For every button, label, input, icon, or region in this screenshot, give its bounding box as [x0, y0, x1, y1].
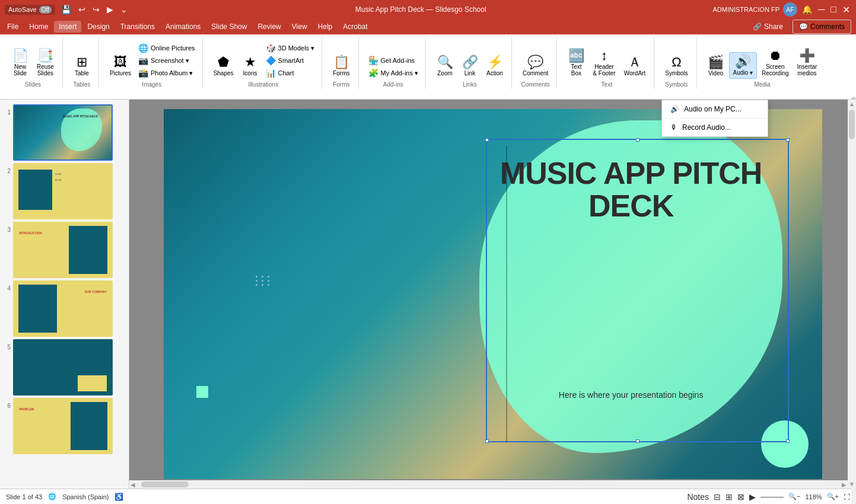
- accessibility-icon[interactable]: ♿: [114, 493, 123, 501]
- zoom-in-icon[interactable]: 🔍+: [827, 493, 839, 500]
- textbox-button[interactable]: 🔤 TextBox: [564, 47, 588, 79]
- ribbon: 📄 NewSlide 📑 ReuseSlides Slides ⊞ Table: [0, 34, 856, 100]
- menu-acrobat[interactable]: Acrobat: [338, 21, 372, 33]
- slide-view-grid-icon[interactable]: ⊞: [725, 492, 733, 502]
- menu-design[interactable]: Design: [82, 21, 114, 33]
- slide-thumb-2[interactable]: 2 01 0203 04: [2, 163, 126, 219]
- new-slide-icon: 📄: [12, 49, 28, 62]
- screen-recording-icon: ⏺: [769, 49, 782, 62]
- ribbon-collapse-icon[interactable]: ›: [845, 291, 848, 298]
- share-button[interactable]: 🔗 Share: [746, 20, 790, 33]
- slide-thumbnail-6[interactable]: PROBLEM: [13, 398, 113, 454]
- screen-recording-button[interactable]: ⏺ ScreenRecording: [758, 47, 793, 79]
- menu-insert[interactable]: Insert: [54, 21, 81, 33]
- ribbon-group-symbols: Ω Symbols Symbols: [657, 37, 696, 89]
- canvas-scroll-thumb-v[interactable]: [849, 110, 855, 139]
- wordart-button[interactable]: Ａ WordArt: [620, 53, 650, 79]
- insertar-medios-button[interactable]: ➕ Insertarmedios: [794, 47, 821, 79]
- comments-button[interactable]: 💬 Comments: [793, 20, 851, 34]
- comments-group-label: Comments: [521, 79, 550, 88]
- ribbon-display-icon[interactable]: 🔔: [801, 4, 813, 15]
- present-icon[interactable]: ▶: [106, 4, 114, 15]
- qa-dropdown-icon[interactable]: ⌄: [119, 4, 129, 15]
- icons-button[interactable]: ★ Icons: [238, 53, 262, 79]
- slide-thumb-4[interactable]: 4 OUR COMPANY: [2, 280, 126, 337]
- slide-view-reading-icon[interactable]: ⊠: [737, 492, 744, 502]
- reuse-slides-button[interactable]: 📑 ReuseSlides: [33, 47, 58, 79]
- smartart-button[interactable]: 🔷 SmartArt: [263, 55, 317, 66]
- canvas-scrollbar-v[interactable]: ▲ ▼: [848, 100, 856, 489]
- status-left: Slide 1 of 43 🌐 Spanish (Spain) ♿: [6, 493, 123, 501]
- symbols-button[interactable]: Ω Symbols: [661, 53, 691, 79]
- document-title: Music App Pitch Deck — Slidesgo School: [355, 5, 486, 14]
- slide-thumbnail-1[interactable]: MUSIC APP PITCH DECK: [13, 104, 113, 161]
- comment-button[interactable]: 💬 Comment: [519, 53, 552, 79]
- insertar-medios-icon: ➕: [799, 49, 815, 62]
- minimize-icon[interactable]: ─: [817, 3, 826, 16]
- ribbon-group-addins: 🏪 Get Add-ins 🧩 My Add-ins ▾ Add-ins: [361, 37, 426, 89]
- illustrations-buttons: ⬟ Shapes ★ Icons 🎲 3D Models ▾ 🔷: [210, 38, 317, 79]
- slide-view-normal-icon[interactable]: ⊟: [714, 492, 721, 502]
- shapes-button[interactable]: ⬟ Shapes: [210, 53, 237, 79]
- slide-thumbnail-3[interactable]: INTRODUCTION: [13, 222, 113, 278]
- slide-thumb-5[interactable]: 5: [2, 339, 126, 395]
- slide-thumbnail-2[interactable]: 01 0203 04: [13, 163, 113, 219]
- menu-animations[interactable]: Animations: [161, 21, 205, 33]
- new-slide-button[interactable]: 📄 NewSlide: [8, 47, 32, 79]
- slide-thumb-1[interactable]: 1 MUSIC APP PITCH DECK: [2, 104, 126, 161]
- pictures-button[interactable]: 🖼 Pictures: [106, 53, 135, 79]
- menu-file[interactable]: File: [2, 21, 23, 33]
- record-icon: 🎙: [670, 123, 677, 132]
- audio-on-pc-item[interactable]: 🔊 Audio on My PC...: [662, 100, 768, 118]
- zoom-out-icon[interactable]: 🔍−: [788, 493, 800, 500]
- menu-transitions[interactable]: Transitions: [116, 21, 160, 33]
- slide-thumb-3[interactable]: 3 INTRODUCTION: [2, 222, 126, 278]
- ribbon-group-links: 🔍 Zoom 🔗 Link ⚡ Action Links: [428, 37, 512, 89]
- restore-icon[interactable]: □: [829, 3, 838, 16]
- table-button[interactable]: ⊞ Table: [70, 53, 94, 79]
- slide-thumbnail-4[interactable]: OUR COMPANY: [13, 280, 113, 337]
- symbols-icon: Ω: [672, 56, 681, 69]
- screenshot-button[interactable]: 📷 Screenshot ▾: [136, 55, 198, 66]
- menu-home[interactable]: Home: [24, 21, 53, 33]
- avatar[interactable]: AF: [783, 2, 797, 17]
- chart-button[interactable]: 📊 Chart: [263, 67, 317, 79]
- menu-slideshow[interactable]: Slide Show: [206, 21, 252, 33]
- tables-buttons: ⊞ Table: [70, 38, 94, 79]
- audio-button[interactable]: 🔊 Audio ▾: [729, 52, 757, 79]
- media-group-label: Media: [754, 79, 770, 88]
- get-addins-button[interactable]: 🏪 Get Add-ins: [366, 55, 421, 66]
- menu-help[interactable]: Help: [313, 21, 338, 33]
- notes-button[interactable]: Notes: [687, 492, 709, 502]
- save-icon[interactable]: 💾: [60, 4, 72, 15]
- menu-view[interactable]: View: [287, 21, 312, 33]
- undo-icon[interactable]: ↩: [77, 4, 87, 15]
- ribbon-group-forms: 📋 Forms Forms: [324, 37, 358, 89]
- forms-button[interactable]: 📋 Forms: [329, 53, 353, 79]
- online-pictures-button[interactable]: 🌐 Online Pictures: [136, 42, 198, 54]
- record-audio-item[interactable]: 🎙 Record Audio...: [662, 119, 768, 136]
- close-icon[interactable]: ✕: [841, 3, 851, 17]
- link-button[interactable]: 🔗 Link: [458, 53, 482, 79]
- zoom-button[interactable]: 🔍 Zoom: [433, 53, 457, 79]
- canvas-scroll-thumb-h[interactable]: [141, 481, 189, 487]
- slide-thumb-6[interactable]: 6 PROBLEM: [2, 398, 126, 454]
- canvas-scrollbar-h[interactable]: ◀ ▶: [129, 480, 848, 489]
- video-button[interactable]: 🎬 Video: [704, 53, 728, 79]
- user-name: ADMINISTRACION FP: [713, 6, 779, 13]
- fit-slide-icon[interactable]: ⛶: [844, 493, 850, 500]
- header-footer-button[interactable]: ↕ Header& Footer: [589, 47, 619, 79]
- autosave-toggle[interactable]: AutoSave Off: [5, 5, 55, 15]
- action-button[interactable]: ⚡ Action: [483, 53, 507, 79]
- my-addins-button[interactable]: 🧩 My Add-ins ▾: [366, 67, 421, 79]
- media-buttons: 🎬 Video 🔊 Audio ▾ ⏺ ScreenRecording ➕ In…: [704, 38, 821, 79]
- slide-thumbnail-5[interactable]: [13, 339, 113, 395]
- redo-icon[interactable]: ↪: [91, 4, 101, 15]
- addins-group-label: Add-ins: [383, 79, 403, 88]
- photo-album-button[interactable]: 📸 Photo Album ▾: [136, 67, 198, 79]
- menu-review[interactable]: Review: [253, 21, 285, 33]
- main-area: 1 MUSIC APP PITCH DECK 2 01 0203 04 3 IN…: [0, 100, 856, 489]
- slide-show-icon[interactable]: ▶: [749, 492, 756, 502]
- ribbon-group-tables: ⊞ Table Tables: [65, 37, 99, 89]
- 3d-models-button[interactable]: 🎲 3D Models ▾: [263, 42, 317, 54]
